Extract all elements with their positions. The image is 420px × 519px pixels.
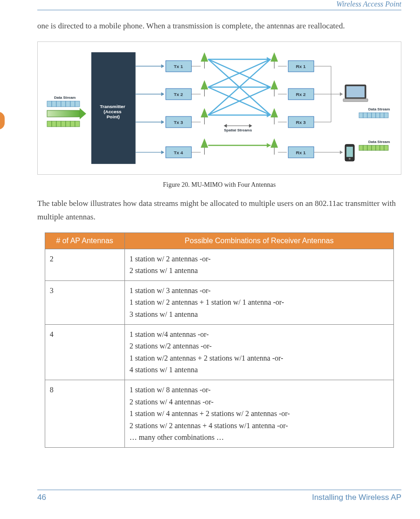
laptop-icon [343, 85, 368, 102]
svg-rect-14 [70, 121, 75, 127]
intro-paragraph: one is directed to a mobile phone. When … [37, 20, 401, 33]
svg-marker-66 [270, 138, 278, 148]
svg-marker-57 [267, 85, 270, 89]
data-stream-label-phone: Data Stream [368, 140, 390, 144]
svg-text:Rx 1: Rx 1 [296, 64, 306, 69]
mid-paragraph: The table below illustrates how data str… [37, 197, 401, 224]
left-stream-blue [47, 101, 80, 107]
svg-text:Tx 4: Tx 4 [174, 150, 183, 155]
svg-rect-12 [61, 121, 66, 127]
svg-rect-9 [47, 121, 52, 127]
svg-rect-3 [61, 101, 66, 107]
svg-rect-10 [52, 121, 56, 127]
page-header: Wireless Access Point [37, 0, 401, 10]
footer-title: Installing the Wireless AP [312, 493, 401, 502]
svg-rect-6 [75, 101, 80, 107]
svg-marker-45 [224, 124, 227, 128]
antenna-combinations-table: # of AP Antennas Possible Combinations o… [45, 232, 394, 448]
svg-rect-91 [359, 113, 363, 118]
svg-rect-94 [372, 113, 376, 118]
svg-rect-89 [346, 86, 365, 97]
svg-rect-95 [376, 113, 380, 118]
tab-marker [0, 112, 5, 130]
svg-marker-25 [161, 120, 165, 124]
svg-marker-8 [80, 108, 86, 119]
svg-marker-87 [340, 150, 343, 154]
svg-rect-105 [376, 145, 380, 150]
svg-rect-106 [380, 145, 384, 150]
svg-rect-5 [70, 101, 75, 107]
svg-marker-34 [201, 80, 208, 89]
svg-marker-64 [270, 108, 278, 117]
svg-rect-2 [56, 101, 61, 107]
table-row: 31 station w/ 3 antennas -or-1 station w… [45, 280, 394, 324]
svg-rect-11 [56, 121, 61, 127]
svg-marker-60 [270, 52, 278, 61]
svg-rect-104 [372, 145, 376, 150]
tx-antenna-icons [201, 52, 208, 155]
svg-rect-97 [384, 113, 388, 118]
table-row: 41 station w/4 antennas -or-2 stations w… [45, 324, 394, 380]
right-stream-green [359, 145, 388, 150]
svg-text:Tx 3: Tx 3 [174, 120, 183, 125]
svg-rect-107 [384, 145, 388, 150]
page-number: 46 [37, 493, 46, 502]
svg-marker-62 [270, 80, 278, 89]
svg-marker-46 [249, 124, 252, 128]
left-stream-green [47, 121, 80, 127]
tx-boxes: Tx 1 Tx 2 Tx 3 Tx 4 [136, 61, 192, 158]
svg-marker-38 [201, 138, 208, 148]
th-combos: Possible Combinations of Receiver Antenn… [124, 232, 394, 249]
svg-rect-0 [47, 101, 52, 107]
svg-rect-99 [346, 147, 353, 157]
svg-rect-103 [367, 145, 372, 150]
svg-marker-85 [340, 92, 343, 96]
th-antennas: # of AP Antennas [45, 232, 124, 249]
svg-rect-102 [363, 145, 367, 150]
svg-marker-29 [161, 150, 165, 154]
mu-mimo-diagram: Data Stream Transmitter (Access Point) [42, 48, 396, 169]
table-row: 21 station w/ 2 antennas -or-2 stations … [45, 249, 394, 280]
svg-text:Tx 1: Tx 1 [174, 64, 183, 69]
svg-rect-15 [75, 121, 80, 127]
svg-marker-59 [267, 143, 270, 148]
spatial-streams-label: Spatial Streams [224, 128, 252, 132]
svg-point-100 [349, 158, 351, 160]
svg-text:Rx 1: Rx 1 [296, 150, 306, 155]
page-footer: 46 Installing the Wireless AP [37, 490, 401, 502]
data-stream-label-laptop: Data Stream [368, 107, 390, 111]
svg-rect-13 [66, 121, 70, 127]
rx-antenna-icons [270, 52, 278, 155]
svg-rect-93 [367, 113, 372, 118]
data-stream-label-left: Data Stream [54, 96, 76, 100]
svg-marker-21 [161, 92, 165, 96]
figure-diagram: Data Stream Transmitter (Access Point) [37, 41, 401, 175]
svg-rect-92 [363, 113, 367, 118]
svg-rect-101 [359, 145, 363, 150]
svg-rect-7 [47, 110, 80, 117]
rx-boxes: Rx 1 Rx 2 Rx 3 Rx 1 [278, 61, 314, 158]
svg-marker-32 [201, 52, 208, 61]
svg-marker-36 [201, 108, 208, 117]
figure-caption: Figure 20. MU-MIMO with Four Antennas [37, 181, 401, 189]
svg-rect-4 [66, 101, 70, 107]
svg-rect-90 [343, 99, 368, 102]
spatial-stream-lines-blue [208, 59, 271, 115]
svg-text:Rx 2: Rx 2 [296, 92, 306, 97]
svg-text:Rx 3: Rx 3 [296, 120, 306, 125]
table-header-row: # of AP Antennas Possible Combinations o… [45, 232, 394, 249]
svg-marker-17 [161, 64, 165, 68]
svg-rect-1 [52, 101, 56, 107]
phone-icon [345, 144, 354, 161]
right-stream-blue [359, 113, 388, 118]
svg-rect-96 [380, 113, 384, 118]
svg-text:Tx 2: Tx 2 [174, 92, 183, 97]
table-row: 81 station w/ 8 antennas -or-2 stations … [45, 380, 394, 448]
